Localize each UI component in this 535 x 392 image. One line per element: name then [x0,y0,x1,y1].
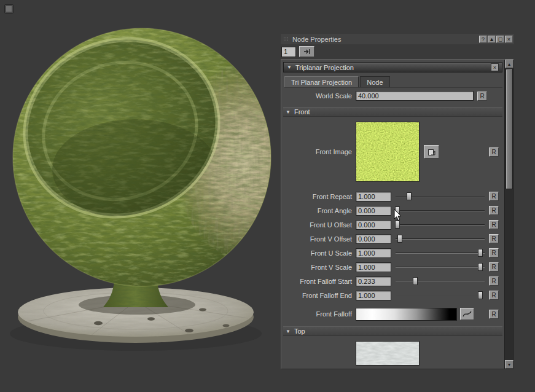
front-falloff-row: Front Falloff R [283,306,502,322]
falloff-reset-button[interactable]: R [489,310,499,319]
param-row: Front V ScaleR [283,260,502,274]
slider-handle[interactable] [478,249,483,257]
world-scale-field[interactable] [356,91,474,101]
node-close-button[interactable]: × [491,63,499,71]
edit-gradient-button[interactable] [460,308,474,320]
param-label: Front V Scale [283,264,356,271]
load-image-button[interactable] [424,145,439,159]
slider-track[interactable] [396,295,485,296]
panel-title: Node Properties [292,36,342,43]
slider-handle[interactable] [413,277,418,285]
param-row: Front RepeatR [283,189,502,203]
slider-handle[interactable] [395,221,400,229]
mouse-cursor [394,209,404,221]
node-properties-panel: Node Properties ? ▲ ◻ × ▼ Triplanar Proj… [281,34,514,369]
front-image-thumbnail[interactable] [356,122,420,182]
apply-icon [303,48,311,55]
param-reset-button[interactable]: R [489,262,499,272]
material-preview-3d[interactable] [5,23,281,358]
maximize-button[interactable]: ▲ [488,36,496,43]
scroll-up-button[interactable]: ▲ [505,60,514,68]
world-scale-reset-button[interactable]: R [477,92,487,101]
tab-triplanar-projection[interactable]: Tri Planar Projection [284,76,359,87]
param-label: Front Repeat [283,193,356,200]
slider-handle[interactable] [478,263,483,271]
apply-button[interactable] [299,46,314,57]
param-row: Front U ScaleR [283,246,502,260]
param-value-field[interactable] [356,234,391,244]
top-image-thumbnail[interactable] [356,341,420,366]
param-rows: Front RepeatRFront AngleRFront U OffsetR… [283,189,502,302]
param-value-field[interactable] [356,276,391,286]
param-slider[interactable] [396,206,485,215]
param-row: Front AngleR [283,203,502,218]
scroll-down-button[interactable]: ▼ [505,360,514,369]
param-slider[interactable] [396,234,485,243]
param-reset-button[interactable]: R [489,220,499,229]
grass-texture [356,122,419,181]
slider-track[interactable] [396,210,485,211]
param-slider[interactable] [396,192,485,201]
top-collapse-icon[interactable]: ▼ [286,329,291,334]
front-falloff-label: Front Falloff [283,310,356,318]
index-field[interactable] [281,47,296,57]
param-reset-button[interactable]: R [489,234,499,243]
slider-handle[interactable] [397,235,402,243]
param-value-field[interactable] [356,192,391,202]
top-section-header[interactable]: ▼ Top [283,326,502,336]
param-label: Front Falloff End [283,292,356,299]
slider-handle[interactable] [478,291,483,299]
preset-row [281,44,514,59]
param-reset-button[interactable]: R [489,291,499,300]
param-reset-button[interactable]: R [489,248,499,257]
param-label: Front Falloff Start [283,278,356,285]
tab-bar: Tri Planar Projection Node [284,76,502,88]
param-slider[interactable] [396,220,485,229]
slider-track[interactable] [396,253,485,254]
param-value-field[interactable] [356,262,391,272]
param-row: Front V OffsetR [283,232,502,246]
param-slider[interactable] [396,291,485,300]
titlebar-buttons: ? ▲ ◻ × [479,36,513,43]
panel-titlebar[interactable]: Node Properties ? ▲ ◻ × [281,34,514,44]
front-section-header[interactable]: ▼ Front [283,107,502,117]
node-header-title: Triplanar Projection [295,64,354,71]
slider-track[interactable] [396,238,485,240]
param-slider[interactable] [396,276,485,286]
front-image-reset-button[interactable]: R [489,147,499,157]
scrollbar[interactable]: ▲ ▼ [504,60,514,369]
slider-track[interactable] [396,281,485,282]
front-section-label: Front [294,108,310,116]
titlebar-grip-icon [283,36,289,42]
node-header[interactable]: ▼ Triplanar Projection × [283,62,502,73]
restore-button[interactable]: ◻ [496,36,504,43]
param-reset-button[interactable]: R [489,276,499,286]
param-label: Front U Offset [283,221,356,229]
load-image-icon [428,148,436,156]
falloff-gradient[interactable] [356,308,457,321]
scrollbar-thumb[interactable] [506,69,513,189]
app-icon[interactable] [4,4,14,14]
world-scale-label: World Scale [283,92,356,100]
front-image-row: Front Image R [283,122,502,182]
collapse-triangle-icon[interactable]: ▼ [287,65,292,70]
param-reset-button[interactable]: R [489,206,499,215]
param-label: Front U Scale [283,249,356,257]
top-image-row [283,341,502,366]
front-collapse-icon[interactable]: ▼ [286,109,291,115]
help-button[interactable]: ? [479,36,487,43]
slider-handle[interactable] [407,192,412,200]
tab-node[interactable]: Node [360,76,389,87]
param-slider[interactable] [396,262,485,272]
slider-track[interactable] [396,267,485,268]
param-reset-button[interactable]: R [489,192,499,201]
panel-close-button[interactable]: × [505,36,513,43]
param-value-field[interactable] [356,248,391,258]
preview-render [5,23,281,358]
param-slider[interactable] [396,248,485,257]
front-image-label: Front Image [283,148,356,155]
param-value-field[interactable] [356,206,391,216]
slider-track[interactable] [396,224,485,225]
param-value-field[interactable] [356,291,391,300]
param-value-field[interactable] [356,220,391,230]
